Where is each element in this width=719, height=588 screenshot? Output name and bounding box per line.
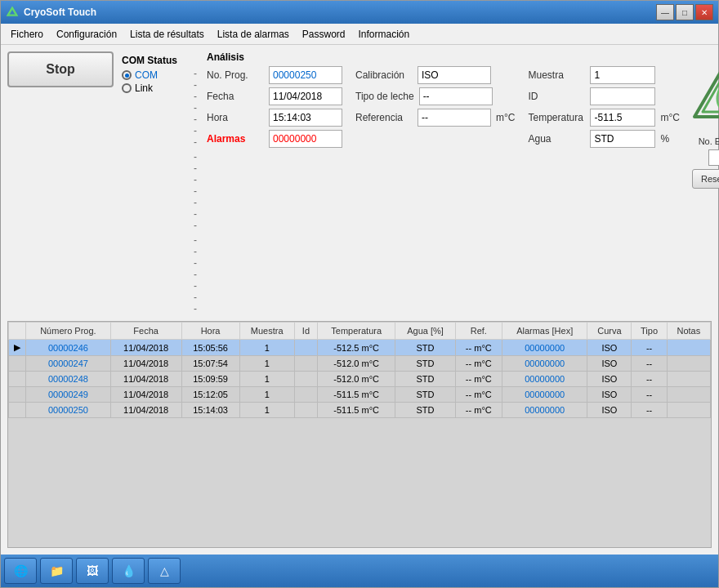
table-cell: -- m°C xyxy=(455,340,502,356)
table-row[interactable]: ▶0000024611/04/201815:05:561-512.5 m°CST… xyxy=(9,340,711,356)
table-cell: 11/04/2018 xyxy=(110,340,181,356)
taskbar-icon-1: 🌐 xyxy=(14,564,28,577)
taskbar-icon-4: 💧 xyxy=(122,564,136,577)
dot-line-3: - - - - - - - xyxy=(194,234,199,314)
muestra-row: Muestra xyxy=(528,66,679,84)
table-cell: 00000247 xyxy=(26,356,111,372)
table-cell: 00000000 xyxy=(502,403,587,418)
table-row[interactable]: 0000024911/04/201815:12:051-511.5 m°CSTD… xyxy=(9,387,711,403)
table-cell xyxy=(667,356,710,372)
dotted-lines: - - - - - - - - - - - - - - - - - - - - … xyxy=(194,68,199,314)
menu-informacion[interactable]: Información xyxy=(352,27,417,42)
window-title: CryoSoft Touch xyxy=(24,7,96,18)
taskbar-icon-2: 📁 xyxy=(50,564,64,577)
calibracion-input[interactable] xyxy=(418,66,491,84)
table-cell: -- xyxy=(632,403,667,418)
table-cell xyxy=(9,356,26,372)
taskbar-btn-1[interactable]: 🌐 xyxy=(4,558,37,584)
link-radio-row[interactable]: Link xyxy=(122,82,177,94)
table-cell: 00000000 xyxy=(502,387,587,403)
table-cell: -- m°C xyxy=(455,387,502,403)
referencia-label: Referencia xyxy=(355,112,413,123)
menu-password[interactable]: Password xyxy=(296,27,352,42)
table-cell: 1 xyxy=(239,403,294,418)
stop-button[interactable]: Stop xyxy=(7,51,114,87)
menu-lista-alarmas[interactable]: Lista de alarmas xyxy=(211,27,296,42)
noprog-row: No. Prog. xyxy=(207,66,342,84)
taskbar-icon-5: △ xyxy=(160,564,169,577)
com-radio[interactable] xyxy=(122,70,132,80)
table-cell xyxy=(294,372,317,387)
main-content: Stop COM Status COM Link - - - - - - - -… xyxy=(1,45,718,555)
table-cell: 11/04/2018 xyxy=(110,372,181,387)
tipo-leche-label: Tipo de leche xyxy=(355,91,414,102)
noprog-input[interactable] xyxy=(269,66,342,84)
hora-input[interactable] xyxy=(269,109,342,127)
table-cell xyxy=(667,372,710,387)
temperatura-row: Temperatura m°C xyxy=(528,109,679,127)
col-temperatura: Temperatura xyxy=(318,323,395,340)
table-cell: ISO xyxy=(587,403,632,418)
id-row: ID xyxy=(528,87,679,105)
table-cell: 00000000 xyxy=(502,340,587,356)
table-cell: 1 xyxy=(239,387,294,403)
com-label: COM xyxy=(135,69,158,81)
col-muestra: Muestra xyxy=(239,323,294,340)
taskbar-btn-4[interactable]: 💧 xyxy=(112,558,145,584)
temperatura-input[interactable] xyxy=(590,109,655,127)
table-cell: -512.0 m°C xyxy=(318,356,395,372)
com-status-title: COM Status xyxy=(122,55,177,66)
table-row[interactable]: 0000025011/04/201815:14:031-511.5 m°CSTD… xyxy=(9,403,711,418)
table-cell xyxy=(9,387,26,403)
main-window: CryoSoft Touch — □ ✕ Fichero Configuraci… xyxy=(0,0,719,588)
error-count: 0 xyxy=(708,149,719,166)
close-button[interactable]: ✕ xyxy=(695,4,713,20)
table-cell: STD xyxy=(395,372,455,387)
tipo-leche-input[interactable] xyxy=(419,87,493,105)
minimize-button[interactable]: — xyxy=(656,4,674,20)
menu-lista-resultats[interactable]: Lista de résultats xyxy=(123,27,211,42)
col-id: Id xyxy=(294,323,317,340)
link-label: Link xyxy=(135,82,153,94)
maximize-button[interactable]: □ xyxy=(676,4,694,20)
alarmas-label: Alarmas xyxy=(207,133,264,145)
table-cell: 00000000 xyxy=(502,356,587,372)
id-input[interactable] xyxy=(590,87,655,105)
title-bar-controls: — □ ✕ xyxy=(656,4,713,20)
table-cell: -512.0 m°C xyxy=(318,372,395,387)
app-icon xyxy=(6,6,19,19)
analysis-title: Análisis xyxy=(207,51,680,63)
table-cell: 15:07:54 xyxy=(181,356,239,372)
table-cell: ISO xyxy=(587,340,632,356)
fecha-input[interactable] xyxy=(269,87,342,105)
table-cell: -- xyxy=(632,372,667,387)
logo-area: No. Errores RX 0 Reset Errores xyxy=(688,51,719,189)
menu-bar: Fichero Configuración Lista de résultats… xyxy=(1,24,718,45)
hora-row: Hora xyxy=(207,109,342,127)
reset-errores-button[interactable]: Reset Errores xyxy=(692,169,719,189)
taskbar-btn-2[interactable]: 📁 xyxy=(40,558,73,584)
col-tipo: Tipo xyxy=(632,323,667,340)
noprog-label: No. Prog. xyxy=(207,69,264,81)
hora-label: Hora xyxy=(207,112,264,123)
table-cell: -512.5 m°C xyxy=(318,340,395,356)
menu-configuracion[interactable]: Configuración xyxy=(50,27,123,42)
menu-fichero[interactable]: Fichero xyxy=(4,27,50,42)
table-cell: STD xyxy=(395,387,455,403)
alarmas-input[interactable] xyxy=(269,130,342,148)
agua-input[interactable] xyxy=(590,130,655,148)
errors-rx-label: No. Errores RX xyxy=(699,136,719,146)
taskbar-btn-3[interactable]: 🖼 xyxy=(76,558,109,584)
table-cell: STD xyxy=(395,356,455,372)
table-row[interactable]: 0000024711/04/201815:07:541-512.0 m°CSTD… xyxy=(9,356,711,372)
referencia-row: Referencia m°C xyxy=(355,109,515,127)
col-ref: Ref. xyxy=(455,323,502,340)
taskbar-btn-5[interactable]: △ xyxy=(148,558,181,584)
referencia-input[interactable] xyxy=(418,109,491,127)
muestra-input[interactable] xyxy=(590,66,655,84)
com-radio-row[interactable]: COM xyxy=(122,69,177,81)
table-row[interactable]: 0000024811/04/201815:09:591-512.0 m°CSTD… xyxy=(9,372,711,387)
link-radio[interactable] xyxy=(122,83,132,93)
table-cell: 15:05:56 xyxy=(181,340,239,356)
table-cell: 1 xyxy=(239,356,294,372)
